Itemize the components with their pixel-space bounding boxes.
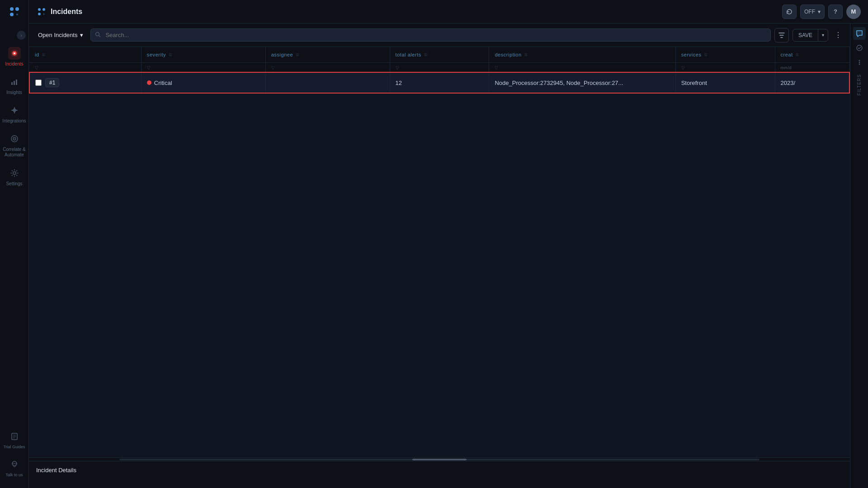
search-input[interactable] — [90, 28, 770, 42]
search-icon — [95, 32, 101, 39]
filter-services-icon[interactable]: ▽ — [681, 65, 685, 70]
open-incidents-dropdown[interactable]: Open Incidents ▾ — [34, 30, 87, 40]
filter-severity-icon[interactable]: ▽ — [147, 65, 151, 70]
col-header-id[interactable]: id ≡ — [29, 47, 141, 63]
sidebar-item-label-correlate: Correlate &Automate — [3, 147, 26, 158]
app-logo — [6, 4, 23, 20]
topbar-logo: Incidents — [36, 6, 82, 17]
sidebar-item-label-incidents: Incidents — [5, 61, 23, 66]
svg-point-14 — [13, 172, 16, 174]
svg-point-29 — [859, 60, 860, 61]
more-options-button[interactable]: ⋮ — [832, 29, 844, 42]
scrollbar-track — [119, 459, 760, 460]
col-menu-desc-icon[interactable]: ≡ — [524, 52, 528, 58]
topbar-actions: OFF ▾ ? M — [782, 5, 861, 19]
correlate-icon — [8, 132, 21, 145]
main-wrapper: Open Incidents ▾ — [29, 23, 868, 488]
svg-rect-9 — [16, 80, 17, 85]
scrollbar-thumb[interactable] — [412, 459, 467, 460]
sidebar-bottom: Trial Guides Talk to us — [1, 427, 27, 484]
description-value: Node_Processor:2732945, Node_Processor:2… — [495, 80, 623, 86]
horizontal-scrollbar[interactable] — [29, 457, 850, 461]
svg-point-2 — [10, 13, 14, 16]
cell-total-alerts: 12 — [390, 72, 489, 93]
integrations-icon — [8, 104, 21, 117]
dropdown-chevron-icon: ▾ — [80, 32, 83, 38]
filter-button[interactable] — [774, 28, 789, 42]
svg-point-3 — [16, 14, 18, 15]
sidebar-collapse-btn[interactable]: › — [17, 31, 26, 40]
col-menu-services-icon[interactable]: ≡ — [704, 52, 708, 58]
svg-rect-8 — [14, 81, 15, 85]
created-value: 2023/ — [781, 80, 796, 86]
svg-rect-7 — [11, 82, 13, 85]
col-header-total-alerts[interactable]: total alerts ≡ — [390, 47, 489, 63]
col-menu-alerts-icon[interactable]: ≡ — [424, 52, 428, 58]
col-header-created[interactable]: creat ≡ — [775, 47, 849, 63]
col-menu-severity-icon[interactable]: ≡ — [169, 52, 172, 58]
incident-details-title: Incident Details — [36, 467, 76, 474]
sidebar-item-label-insights: Insights — [6, 90, 22, 95]
sidebar-item-incidents[interactable]: Incidents — [0, 43, 28, 70]
refresh-button[interactable] — [782, 5, 797, 19]
filters-label: FILTERS — [857, 74, 862, 95]
cell-description: Node_Processor:2732945, Node_Processor:2… — [489, 72, 675, 93]
sidebar-item-label-trial-guides: Trial Guides — [3, 445, 25, 449]
svg-point-25 — [38, 13, 41, 15]
svg-point-24 — [42, 8, 45, 11]
severity-critical-dot — [147, 80, 151, 85]
table-row[interactable]: #1 Critical — [29, 72, 849, 93]
filter-date-format: mm/d — [781, 66, 792, 70]
col-menu-id-icon[interactable]: ≡ — [42, 52, 46, 58]
open-incidents-label: Open Incidents — [38, 32, 77, 38]
col-menu-created-icon[interactable]: ≡ — [796, 52, 799, 58]
cell-assignee — [265, 72, 390, 93]
incidents-toolbar: Open Incidents ▾ — [29, 23, 850, 47]
sidebar-item-talk-to-us[interactable]: Talk to us — [1, 455, 27, 481]
filter-assignee-icon[interactable]: ▽ — [271, 65, 275, 70]
col-header-description[interactable]: description ≡ — [489, 47, 675, 63]
col-header-assignee[interactable]: assignee ≡ — [265, 47, 390, 63]
filter-desc-icon[interactable]: ▽ — [495, 65, 499, 70]
svg-point-1 — [15, 7, 19, 11]
user-avatar[interactable]: M — [846, 5, 861, 19]
svg-point-30 — [859, 62, 860, 63]
filter-id-icon[interactable]: ▽ — [35, 65, 39, 70]
col-header-severity[interactable]: severity ≡ — [141, 47, 265, 63]
filter-row: ▽ ▽ ▽ ▽ ▽ ▽ mm/d — [29, 63, 849, 73]
sidebar-item-integrations[interactable]: Integrations — [0, 100, 28, 127]
save-dropdown-button[interactable]: ▾ — [818, 29, 828, 41]
services-value: Storefront — [681, 80, 707, 86]
main-content: Incidents OFF ▾ ? M — [29, 0, 868, 488]
svg-point-20 — [13, 463, 14, 464]
save-btn-group: SAVE ▾ — [793, 29, 828, 42]
incidents-table-container[interactable]: id ≡ severity ≡ — [29, 47, 850, 457]
topbar: Incidents OFF ▾ ? M — [29, 0, 868, 23]
sidebar-item-settings[interactable]: Settings — [0, 163, 28, 190]
sidebar-item-label-settings: Settings — [6, 181, 22, 186]
toggle-label: OFF — [804, 9, 815, 15]
chat-panel-button[interactable] — [853, 27, 866, 40]
sidebar-item-trial-guides[interactable]: Trial Guides — [1, 427, 27, 453]
svg-point-31 — [859, 64, 860, 65]
filter-alerts-icon[interactable]: ▽ — [396, 65, 400, 70]
save-button[interactable]: SAVE — [793, 29, 818, 41]
sidebar-item-correlate[interactable]: Correlate &Automate — [0, 129, 28, 161]
help-button[interactable]: ? — [828, 5, 843, 19]
col-header-services[interactable]: services ≡ — [675, 47, 775, 63]
svg-point-13 — [14, 138, 15, 139]
svg-point-22 — [15, 463, 16, 464]
sidebar-nav: Incidents Insights Integrations — [0, 43, 28, 427]
check-panel-button[interactable] — [853, 42, 866, 54]
content-area: Open Incidents ▾ — [29, 23, 850, 488]
toggle-button[interactable]: OFF ▾ — [800, 5, 825, 19]
toggle-dropdown-icon: ▾ — [818, 9, 821, 15]
talk-icon — [8, 458, 21, 471]
search-wrap — [90, 28, 770, 42]
col-menu-assignee-icon[interactable]: ≡ — [296, 52, 299, 58]
row-checkbox[interactable] — [35, 80, 42, 86]
svg-point-21 — [14, 463, 15, 464]
dot-panel-button[interactable] — [853, 56, 866, 69]
sidebar-item-label-talk-to-us: Talk to us — [5, 473, 23, 477]
sidebar-item-insights[interactable]: Insights — [0, 72, 28, 99]
